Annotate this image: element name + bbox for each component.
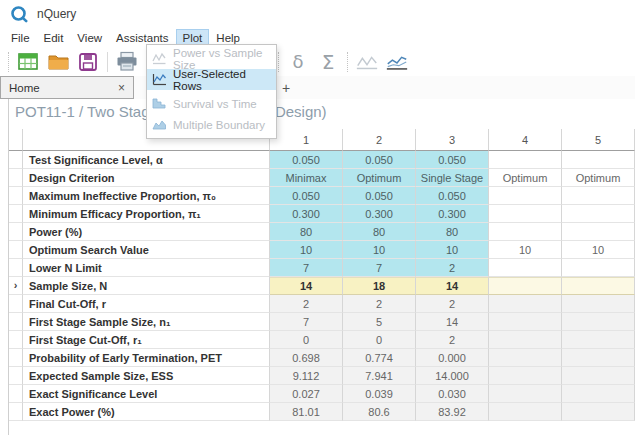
row-marker[interactable] [9, 187, 23, 205]
row-marker[interactable] [9, 295, 23, 313]
table-cell[interactable] [562, 403, 635, 421]
row-label[interactable]: Expected Sample Size, ESS [23, 367, 270, 385]
plot-menu-item-user-selected-rows[interactable]: User-Selected Rows [147, 69, 276, 90]
new-tab-button[interactable]: + [282, 76, 290, 99]
table-cell[interactable]: 83.92 [416, 403, 489, 421]
table-cell[interactable]: 0.300 [270, 205, 343, 223]
table-cell[interactable] [489, 295, 562, 313]
table-cell[interactable]: 81.01 [270, 403, 343, 421]
row-marker[interactable] [9, 169, 23, 187]
table-cell[interactable]: 7 [270, 313, 343, 331]
row-label[interactable]: Test Significance Level, α [23, 151, 270, 169]
delta-tool-button[interactable]: δ [286, 50, 310, 74]
row-label[interactable]: Lower N Limit [23, 259, 270, 277]
row-marker[interactable] [9, 367, 23, 385]
row-marker[interactable] [9, 349, 23, 367]
row-label[interactable]: First Stage Sample Size, n₁ [23, 313, 270, 331]
row-marker[interactable] [9, 313, 23, 331]
table-cell[interactable] [489, 349, 562, 367]
column-header-5[interactable]: 5 [562, 129, 635, 151]
table-cell[interactable] [489, 403, 562, 421]
table-cell[interactable]: 2 [343, 295, 416, 313]
table-cell[interactable]: Minimax [270, 169, 343, 187]
open-file-button[interactable] [46, 50, 70, 74]
table-cell[interactable]: 0.000 [416, 349, 489, 367]
row-marker[interactable] [9, 223, 23, 241]
table-cell[interactable]: 0.050 [270, 151, 343, 169]
table-cell[interactable] [562, 349, 635, 367]
table-cell[interactable]: 0 [270, 331, 343, 349]
row-marker[interactable] [9, 205, 23, 223]
table-cell[interactable]: 0.300 [416, 205, 489, 223]
table-cell[interactable]: 80.6 [343, 403, 416, 421]
row-marker[interactable] [9, 403, 23, 421]
table-cell[interactable]: 0.300 [343, 205, 416, 223]
row-label[interactable]: Optimum Search Value [23, 241, 270, 259]
table-cell[interactable] [562, 277, 635, 295]
row-marker[interactable] [9, 259, 23, 277]
row-marker[interactable] [9, 385, 23, 403]
table-cell[interactable]: 2 [416, 259, 489, 277]
table-cell[interactable]: 0 [343, 331, 416, 349]
column-header-2[interactable]: 2 [343, 129, 416, 151]
column-header-3[interactable]: 3 [416, 129, 489, 151]
table-cell[interactable] [562, 367, 635, 385]
table-cell[interactable]: 7 [270, 259, 343, 277]
header-corner-cell[interactable] [9, 129, 23, 151]
table-cell[interactable]: 5 [343, 313, 416, 331]
table-cell[interactable]: Optimum [343, 169, 416, 187]
table-cell[interactable]: 10 [489, 241, 562, 259]
row-marker[interactable] [9, 151, 23, 169]
table-cell[interactable] [562, 295, 635, 313]
row-marker-current[interactable]: › [9, 277, 23, 295]
menu-file[interactable]: File [4, 29, 37, 47]
table-cell[interactable]: 80 [270, 223, 343, 241]
tab-close-icon[interactable]: × [118, 81, 125, 95]
table-cell[interactable]: 18 [343, 277, 416, 295]
table-cell[interactable] [489, 223, 562, 241]
row-label[interactable]: Exact Significance Level [23, 385, 270, 403]
rows-plot-button[interactable] [385, 50, 409, 74]
table-cell[interactable]: 2 [416, 295, 489, 313]
row-marker[interactable] [9, 331, 23, 349]
table-cell[interactable]: 7 [343, 259, 416, 277]
table-cell[interactable]: 10 [416, 241, 489, 259]
table-cell[interactable]: 9.112 [270, 367, 343, 385]
table-cell[interactable]: 0.050 [343, 187, 416, 205]
table-cell[interactable]: 10 [562, 241, 635, 259]
table-cell[interactable]: 0.030 [416, 385, 489, 403]
table-cell[interactable]: 14 [416, 313, 489, 331]
print-button[interactable] [115, 50, 139, 74]
table-cell[interactable] [562, 187, 635, 205]
row-label[interactable]: Final Cut-Off, r [23, 295, 270, 313]
table-cell[interactable] [489, 205, 562, 223]
power-plot-button[interactable] [355, 50, 379, 74]
table-cell[interactable] [562, 205, 635, 223]
table-cell[interactable]: 10 [270, 241, 343, 259]
table-cell[interactable]: 2 [416, 331, 489, 349]
table-cell[interactable]: 0.698 [270, 349, 343, 367]
table-cell[interactable] [489, 313, 562, 331]
table-cell[interactable] [562, 331, 635, 349]
table-cell[interactable] [489, 367, 562, 385]
row-label[interactable]: First Stage Cut-Off, r₁ [23, 331, 270, 349]
table-cell[interactable]: 0.050 [270, 187, 343, 205]
table-cell[interactable] [562, 223, 635, 241]
table-cell[interactable]: 0.039 [343, 385, 416, 403]
table-cell[interactable] [489, 187, 562, 205]
table-cell[interactable]: 0.027 [270, 385, 343, 403]
row-label[interactable]: Design Criterion [23, 169, 270, 187]
table-cell[interactable] [489, 277, 562, 295]
row-label[interactable]: Maximum Ineffective Proportion, π₀ [23, 187, 270, 205]
row-label[interactable]: Probability of Early Termination, PET [23, 349, 270, 367]
table-cell[interactable]: 2 [270, 295, 343, 313]
sigma-tool-button[interactable]: Σ [316, 50, 340, 74]
table-cell[interactable]: 10 [343, 241, 416, 259]
table-cell[interactable]: Optimum [562, 169, 635, 187]
table-cell[interactable]: 0.050 [416, 151, 489, 169]
table-cell[interactable]: 80 [343, 223, 416, 241]
table-cell[interactable]: 0.050 [343, 151, 416, 169]
table-cell[interactable]: 14.000 [416, 367, 489, 385]
table-cell[interactable] [489, 259, 562, 277]
save-button[interactable] [76, 50, 100, 74]
